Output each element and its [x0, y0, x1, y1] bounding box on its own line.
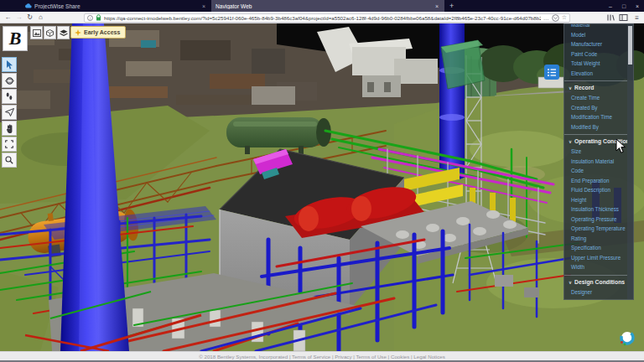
orbit-icon — [5, 76, 14, 85]
mini-toolbar — [30, 26, 70, 39]
pan-hand-icon — [6, 124, 13, 133]
site-info-icon[interactable]: i — [87, 15, 93, 21]
zoom-tool-button[interactable] — [2, 153, 17, 168]
loading-spinner-logo — [618, 328, 636, 350]
navbar-right-icons: ≡ — [606, 12, 642, 23]
section-title: Design Conditions — [574, 279, 625, 285]
image-tool-icon — [33, 29, 41, 37]
url-input[interactable] — [104, 14, 541, 22]
window-controls: – □ × — [604, 0, 644, 12]
tab-navigator-web[interactable]: Navigator Web × — [211, 0, 444, 12]
chevron-down-icon: ∨ — [569, 280, 572, 285]
star-icon — [75, 29, 81, 36]
tab-projectwise-share[interactable]: ProjectWise Share × — [20, 0, 211, 12]
bentley-logo-letter: B — [9, 28, 22, 49]
property-row[interactable]: Elevation — [564, 69, 627, 79]
browser-window: ProjectWise Share × Navigator Web × + – … — [0, 0, 644, 362]
home-button[interactable]: ⌂ — [35, 13, 46, 21]
page-actions-icon[interactable]: … — [543, 15, 549, 21]
early-access-badge: Early Access — [70, 26, 126, 39]
property-row[interactable]: Manufacturer — [564, 39, 627, 49]
property-row[interactable]: Rating — [564, 234, 627, 244]
model-cube-icon — [46, 29, 54, 37]
bookmark-star-icon[interactable]: ☆ — [562, 14, 567, 21]
properties-panel-rows: MaterialModelManufacturerPaint CodeTotal… — [564, 24, 627, 299]
properties-toggle-button[interactable] — [544, 65, 559, 80]
teal-glass-cube — [441, 40, 485, 89]
property-row[interactable]: Operating Temperature — [564, 224, 627, 234]
tab-close-icon[interactable]: × — [200, 3, 207, 9]
properties-panel: MaterialModelManufacturerPaint CodeTotal… — [564, 23, 634, 300]
fly-icon — [5, 108, 14, 116]
minimize-button[interactable]: – — [604, 0, 617, 12]
select-icon — [5, 60, 13, 70]
list-icon — [547, 68, 557, 77]
layers-button[interactable] — [57, 26, 70, 39]
new-tab-button[interactable]: + — [444, 0, 459, 12]
tab-close-icon[interactable]: × — [434, 3, 440, 9]
browser-titlebar: ProjectWise Share × Navigator Web × + – … — [0, 0, 644, 12]
url-bar[interactable]: i … ☆ — [84, 13, 570, 23]
chevron-down-icon: ∨ — [569, 139, 572, 144]
zoom-magnifier-icon — [5, 156, 13, 164]
section-header[interactable]: ∨Record — [564, 80, 627, 93]
fit-view-button[interactable] — [2, 137, 17, 152]
walk-tool-button[interactable] — [2, 89, 17, 104]
property-row[interactable]: End Preparation — [564, 176, 627, 186]
forward-button[interactable]: → — [13, 13, 24, 21]
early-access-label: Early Access — [84, 29, 120, 35]
image-tool-button[interactable] — [30, 26, 43, 39]
property-row[interactable]: Specification — [564, 243, 627, 253]
maximize-button[interactable]: □ — [617, 0, 631, 12]
library-icon[interactable] — [606, 13, 617, 22]
property-row[interactable]: Created By — [564, 103, 627, 113]
section-header[interactable]: ∨Design Conditions — [564, 275, 627, 287]
property-row[interactable]: Operating Pressure — [564, 215, 627, 225]
sidebars-icon[interactable] — [619, 13, 630, 22]
property-row[interactable]: Paint Code — [564, 49, 627, 59]
property-row[interactable]: Code — [564, 166, 627, 176]
property-row[interactable]: Modification Time — [564, 112, 627, 122]
property-row[interactable]: Modified By — [564, 122, 627, 132]
menu-icon[interactable]: ≡ — [631, 14, 642, 22]
pan-tool-button[interactable] — [2, 121, 17, 136]
walk-icon — [6, 92, 13, 101]
reload-button[interactable]: ↻ — [24, 13, 35, 21]
pocket-icon[interactable] — [552, 14, 559, 22]
property-row[interactable]: Fluid Description — [564, 185, 627, 195]
model-cube-button[interactable] — [44, 26, 56, 39]
close-button[interactable]: × — [631, 0, 644, 12]
property-row[interactable]: Create Time — [564, 93, 627, 103]
orbit-tool-button[interactable] — [2, 73, 17, 88]
titlebar-spacer — [0, 0, 20, 12]
mouse-cursor — [615, 139, 626, 158]
property-row[interactable]: Designer — [564, 287, 627, 297]
browser-navbar: ← → ↻ ⌂ i … ☆ ≡ — [0, 12, 644, 23]
layers-icon — [60, 29, 68, 37]
panel-scrollbar-thumb[interactable] — [628, 26, 632, 65]
property-row[interactable]: Insulation Thickness — [564, 204, 627, 215]
select-tool-button[interactable] — [2, 57, 17, 72]
view-tools-toolbar — [2, 57, 17, 168]
chevron-down-icon: ∨ — [569, 85, 572, 90]
property-row[interactable]: Height — [564, 195, 627, 205]
property-row[interactable]: Width — [564, 262, 627, 272]
property-row[interactable]: Upper Limit Pressure — [564, 253, 627, 263]
fit-view-icon — [5, 140, 13, 148]
fly-tool-button[interactable] — [2, 105, 17, 120]
property-row[interactable]: Model — [564, 30, 627, 40]
property-row[interactable]: Insulation Material — [564, 157, 627, 167]
footer-text: © 2018 Bentley Systems, Incorporated | T… — [199, 354, 445, 359]
footer-bar: © 2018 Bentley Systems, Incorporated | T… — [0, 351, 644, 360]
bentley-logo: B — [3, 26, 28, 51]
lock-icon — [96, 14, 101, 21]
section-title: Record — [574, 85, 594, 90]
cloud-icon — [24, 3, 32, 8]
property-row[interactable]: Total Weight — [564, 59, 627, 69]
tab-label: ProjectWise Share — [34, 3, 198, 9]
panel-scrollbar[interactable] — [627, 24, 633, 299]
tab-label: Navigator Web — [216, 3, 431, 9]
back-button[interactable]: ← — [3, 13, 13, 21]
